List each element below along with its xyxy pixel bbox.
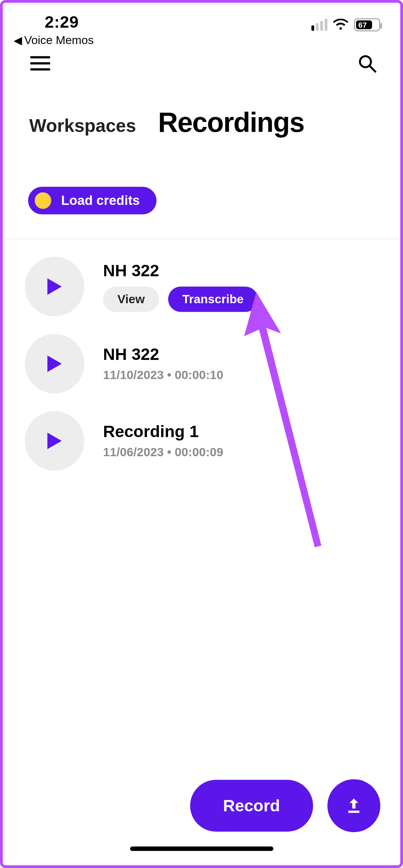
device-frame: 2:29 67 ◀ Voice Memos <box>0 0 403 868</box>
status-indicators: 67 <box>311 18 380 31</box>
recordings-list: NH 322 View Transcribe NH 322 11/10/2023… <box>3 239 400 471</box>
recording-title: NH 322 <box>103 261 258 280</box>
view-button[interactable]: View <box>103 286 159 312</box>
cellular-icon <box>311 19 328 31</box>
load-credits-label: Load credits <box>61 193 140 208</box>
recording-meta: 11/10/2023 • 00:00:10 <box>103 368 223 382</box>
battery-icon: 67 <box>354 18 380 31</box>
upload-icon <box>345 796 363 815</box>
record-label: Record <box>223 796 280 814</box>
load-credits-button[interactable]: Load credits <box>28 187 156 214</box>
home-indicator[interactable] <box>130 846 273 851</box>
back-chevron-icon: ◀ <box>14 33 22 47</box>
wifi-icon <box>333 19 348 31</box>
recording-meta: 11/06/2023 • 00:00:09 <box>103 445 223 460</box>
play-button[interactable] <box>25 334 84 393</box>
menu-icon[interactable] <box>30 56 50 71</box>
title-row: Workspaces Recordings <box>3 73 400 138</box>
upload-button[interactable] <box>328 779 380 832</box>
breadcrumb[interactable]: Workspaces <box>29 115 136 136</box>
play-button[interactable] <box>25 411 84 471</box>
play-button[interactable] <box>25 257 84 316</box>
page-title: Recordings <box>158 106 304 138</box>
status-time: 2:29 <box>45 13 79 31</box>
coin-icon <box>35 192 51 209</box>
app-header <box>3 47 400 73</box>
battery-percent: 67 <box>355 20 367 29</box>
back-to-app-label: Voice Memos <box>24 33 94 47</box>
transcribe-button[interactable]: Transcribe <box>168 286 258 312</box>
status-bar: 2:29 67 <box>3 3 400 31</box>
recording-row[interactable]: Recording 1 11/06/2023 • 00:00:09 <box>25 411 378 471</box>
bottom-bar: Record <box>3 779 400 832</box>
recording-title: NH 322 <box>103 345 223 364</box>
record-button[interactable]: Record <box>190 780 313 832</box>
search-icon[interactable] <box>357 53 377 73</box>
svg-line-1 <box>370 66 375 72</box>
back-to-app[interactable]: ◀ Voice Memos <box>3 31 400 47</box>
recording-title: Recording 1 <box>103 422 223 441</box>
recording-row[interactable]: NH 322 11/10/2023 • 00:00:10 <box>25 334 378 393</box>
recording-row[interactable]: NH 322 View Transcribe <box>25 257 378 316</box>
